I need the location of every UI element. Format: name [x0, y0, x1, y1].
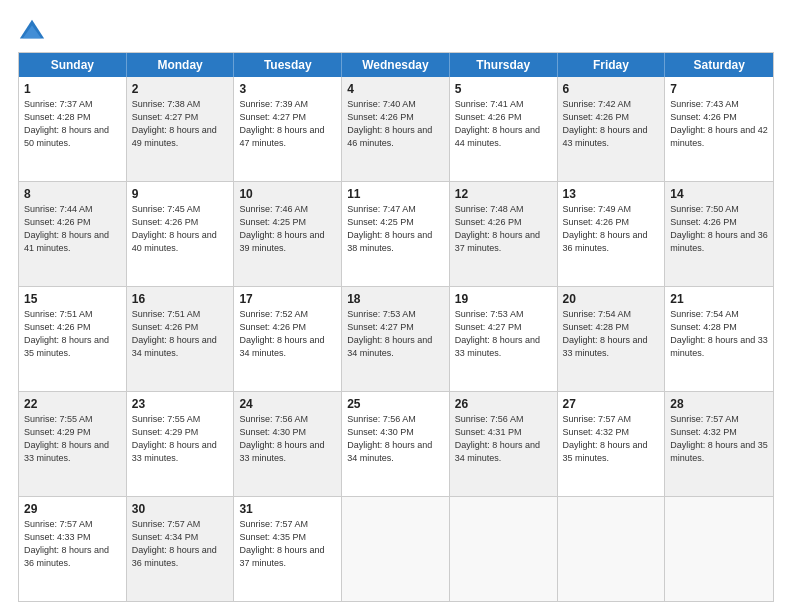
- cal-cell-2: 2Sunrise: 7:38 AMSunset: 4:27 PMDaylight…: [127, 77, 235, 181]
- header-day-tuesday: Tuesday: [234, 53, 342, 77]
- cal-cell-29: 29Sunrise: 7:57 AMSunset: 4:33 PMDayligh…: [19, 497, 127, 601]
- day-number: 12: [455, 186, 552, 202]
- cell-info: Sunrise: 7:54 AMSunset: 4:28 PMDaylight:…: [563, 309, 648, 357]
- cell-info: Sunrise: 7:56 AMSunset: 4:31 PMDaylight:…: [455, 414, 540, 462]
- day-number: 16: [132, 291, 229, 307]
- cell-info: Sunrise: 7:57 AMSunset: 4:35 PMDaylight:…: [239, 519, 324, 567]
- cal-cell-28: 28Sunrise: 7:57 AMSunset: 4:32 PMDayligh…: [665, 392, 773, 496]
- cell-info: Sunrise: 7:39 AMSunset: 4:27 PMDaylight:…: [239, 99, 324, 147]
- cell-info: Sunrise: 7:54 AMSunset: 4:28 PMDaylight:…: [670, 309, 768, 357]
- day-number: 30: [132, 501, 229, 517]
- cell-info: Sunrise: 7:52 AMSunset: 4:26 PMDaylight:…: [239, 309, 324, 357]
- cal-cell-27: 27Sunrise: 7:57 AMSunset: 4:32 PMDayligh…: [558, 392, 666, 496]
- cell-info: Sunrise: 7:43 AMSunset: 4:26 PMDaylight:…: [670, 99, 768, 147]
- cal-cell-16: 16Sunrise: 7:51 AMSunset: 4:26 PMDayligh…: [127, 287, 235, 391]
- cal-cell-14: 14Sunrise: 7:50 AMSunset: 4:26 PMDayligh…: [665, 182, 773, 286]
- header-day-thursday: Thursday: [450, 53, 558, 77]
- cal-cell-empty-6: [665, 497, 773, 601]
- cal-cell-1: 1Sunrise: 7:37 AMSunset: 4:28 PMDaylight…: [19, 77, 127, 181]
- day-number: 28: [670, 396, 768, 412]
- cal-cell-23: 23Sunrise: 7:55 AMSunset: 4:29 PMDayligh…: [127, 392, 235, 496]
- day-number: 20: [563, 291, 660, 307]
- day-number: 5: [455, 81, 552, 97]
- cell-info: Sunrise: 7:53 AMSunset: 4:27 PMDaylight:…: [455, 309, 540, 357]
- day-number: 1: [24, 81, 121, 97]
- cell-info: Sunrise: 7:48 AMSunset: 4:26 PMDaylight:…: [455, 204, 540, 252]
- cell-info: Sunrise: 7:37 AMSunset: 4:28 PMDaylight:…: [24, 99, 109, 147]
- page: SundayMondayTuesdayWednesdayThursdayFrid…: [0, 0, 792, 612]
- day-number: 15: [24, 291, 121, 307]
- cal-cell-21: 21Sunrise: 7:54 AMSunset: 4:28 PMDayligh…: [665, 287, 773, 391]
- calendar-week-2: 8Sunrise: 7:44 AMSunset: 4:26 PMDaylight…: [19, 182, 773, 287]
- day-number: 10: [239, 186, 336, 202]
- cell-info: Sunrise: 7:53 AMSunset: 4:27 PMDaylight:…: [347, 309, 432, 357]
- cal-cell-22: 22Sunrise: 7:55 AMSunset: 4:29 PMDayligh…: [19, 392, 127, 496]
- cal-cell-30: 30Sunrise: 7:57 AMSunset: 4:34 PMDayligh…: [127, 497, 235, 601]
- cell-info: Sunrise: 7:38 AMSunset: 4:27 PMDaylight:…: [132, 99, 217, 147]
- day-number: 23: [132, 396, 229, 412]
- cell-info: Sunrise: 7:49 AMSunset: 4:26 PMDaylight:…: [563, 204, 648, 252]
- cell-info: Sunrise: 7:45 AMSunset: 4:26 PMDaylight:…: [132, 204, 217, 252]
- cal-cell-3: 3Sunrise: 7:39 AMSunset: 4:27 PMDaylight…: [234, 77, 342, 181]
- day-number: 24: [239, 396, 336, 412]
- cell-info: Sunrise: 7:51 AMSunset: 4:26 PMDaylight:…: [132, 309, 217, 357]
- cal-cell-31: 31Sunrise: 7:57 AMSunset: 4:35 PMDayligh…: [234, 497, 342, 601]
- cell-info: Sunrise: 7:57 AMSunset: 4:34 PMDaylight:…: [132, 519, 217, 567]
- day-number: 31: [239, 501, 336, 517]
- day-number: 8: [24, 186, 121, 202]
- cell-info: Sunrise: 7:46 AMSunset: 4:25 PMDaylight:…: [239, 204, 324, 252]
- day-number: 18: [347, 291, 444, 307]
- cell-info: Sunrise: 7:56 AMSunset: 4:30 PMDaylight:…: [347, 414, 432, 462]
- day-number: 17: [239, 291, 336, 307]
- day-number: 19: [455, 291, 552, 307]
- calendar: SundayMondayTuesdayWednesdayThursdayFrid…: [18, 52, 774, 602]
- day-number: 21: [670, 291, 768, 307]
- cal-cell-11: 11Sunrise: 7:47 AMSunset: 4:25 PMDayligh…: [342, 182, 450, 286]
- cell-info: Sunrise: 7:40 AMSunset: 4:26 PMDaylight:…: [347, 99, 432, 147]
- day-number: 13: [563, 186, 660, 202]
- cal-cell-25: 25Sunrise: 7:56 AMSunset: 4:30 PMDayligh…: [342, 392, 450, 496]
- cell-info: Sunrise: 7:57 AMSunset: 4:33 PMDaylight:…: [24, 519, 109, 567]
- cal-cell-13: 13Sunrise: 7:49 AMSunset: 4:26 PMDayligh…: [558, 182, 666, 286]
- calendar-week-4: 22Sunrise: 7:55 AMSunset: 4:29 PMDayligh…: [19, 392, 773, 497]
- cal-cell-20: 20Sunrise: 7:54 AMSunset: 4:28 PMDayligh…: [558, 287, 666, 391]
- logo-icon: [18, 18, 46, 46]
- cal-cell-empty-3: [342, 497, 450, 601]
- cell-info: Sunrise: 7:50 AMSunset: 4:26 PMDaylight:…: [670, 204, 768, 252]
- day-number: 11: [347, 186, 444, 202]
- cal-cell-8: 8Sunrise: 7:44 AMSunset: 4:26 PMDaylight…: [19, 182, 127, 286]
- cell-info: Sunrise: 7:41 AMSunset: 4:26 PMDaylight:…: [455, 99, 540, 147]
- cal-cell-18: 18Sunrise: 7:53 AMSunset: 4:27 PMDayligh…: [342, 287, 450, 391]
- cal-cell-7: 7Sunrise: 7:43 AMSunset: 4:26 PMDaylight…: [665, 77, 773, 181]
- cell-info: Sunrise: 7:51 AMSunset: 4:26 PMDaylight:…: [24, 309, 109, 357]
- day-number: 4: [347, 81, 444, 97]
- cell-info: Sunrise: 7:57 AMSunset: 4:32 PMDaylight:…: [563, 414, 648, 462]
- header-day-wednesday: Wednesday: [342, 53, 450, 77]
- cal-cell-19: 19Sunrise: 7:53 AMSunset: 4:27 PMDayligh…: [450, 287, 558, 391]
- header-day-sunday: Sunday: [19, 53, 127, 77]
- cal-cell-empty-5: [558, 497, 666, 601]
- day-number: 25: [347, 396, 444, 412]
- calendar-header: SundayMondayTuesdayWednesdayThursdayFrid…: [19, 53, 773, 77]
- day-number: 9: [132, 186, 229, 202]
- day-number: 26: [455, 396, 552, 412]
- cal-cell-empty-4: [450, 497, 558, 601]
- cell-info: Sunrise: 7:42 AMSunset: 4:26 PMDaylight:…: [563, 99, 648, 147]
- cell-info: Sunrise: 7:47 AMSunset: 4:25 PMDaylight:…: [347, 204, 432, 252]
- day-number: 3: [239, 81, 336, 97]
- cell-info: Sunrise: 7:55 AMSunset: 4:29 PMDaylight:…: [24, 414, 109, 462]
- day-number: 7: [670, 81, 768, 97]
- header: [18, 18, 774, 46]
- cal-cell-15: 15Sunrise: 7:51 AMSunset: 4:26 PMDayligh…: [19, 287, 127, 391]
- calendar-body: 1Sunrise: 7:37 AMSunset: 4:28 PMDaylight…: [19, 77, 773, 601]
- header-day-friday: Friday: [558, 53, 666, 77]
- day-number: 22: [24, 396, 121, 412]
- cell-info: Sunrise: 7:56 AMSunset: 4:30 PMDaylight:…: [239, 414, 324, 462]
- day-number: 2: [132, 81, 229, 97]
- cal-cell-10: 10Sunrise: 7:46 AMSunset: 4:25 PMDayligh…: [234, 182, 342, 286]
- calendar-week-5: 29Sunrise: 7:57 AMSunset: 4:33 PMDayligh…: [19, 497, 773, 601]
- day-number: 27: [563, 396, 660, 412]
- day-number: 14: [670, 186, 768, 202]
- day-number: 6: [563, 81, 660, 97]
- header-day-saturday: Saturday: [665, 53, 773, 77]
